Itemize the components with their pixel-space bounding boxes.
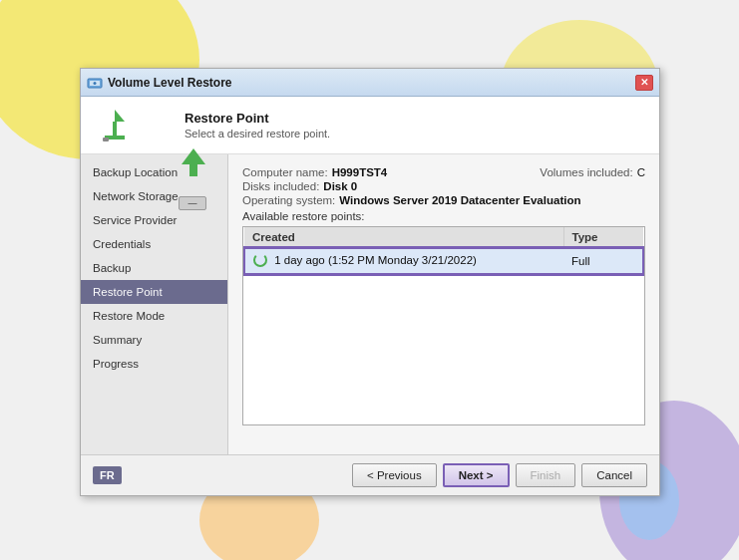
sidebar-item-progress[interactable]: Progress bbox=[81, 352, 227, 376]
title-bar: Volume Level Restore ✕ bbox=[81, 69, 659, 97]
dialog-body: Backup Location Network Storage Service … bbox=[81, 154, 659, 454]
sidebar-item-restore-mode[interactable]: Restore Mode bbox=[81, 304, 227, 328]
disks-label: Disks included: bbox=[242, 180, 319, 192]
cancel-button[interactable]: Cancel bbox=[581, 463, 647, 487]
svg-marker-7 bbox=[182, 148, 205, 176]
svg-rect-6 bbox=[103, 138, 109, 141]
close-button[interactable]: ✕ bbox=[635, 75, 653, 91]
volume-level-restore-dialog: Volume Level Restore ✕ Restore Point Sel… bbox=[80, 68, 660, 496]
dialog-title-icon bbox=[87, 75, 103, 91]
sidebar-item-restore-point[interactable]: Restore Point bbox=[81, 280, 227, 304]
restore-point-icon bbox=[253, 253, 267, 267]
footer-badge: FR bbox=[93, 466, 122, 484]
svg-point-2 bbox=[94, 82, 97, 85]
footer-buttons: < Previous Next > Finish Cancel bbox=[352, 463, 647, 487]
restore-up-arrow-icon bbox=[176, 144, 211, 180]
previous-button[interactable]: < Previous bbox=[352, 463, 437, 487]
svg-rect-4 bbox=[113, 122, 117, 138]
header-sub-button[interactable]: — bbox=[179, 196, 206, 210]
header-text-block: Restore Point Select a desired restore p… bbox=[185, 111, 330, 140]
os-label: Operating system: bbox=[242, 194, 335, 206]
col-header-type: Type bbox=[563, 227, 643, 248]
dialog-header: Restore Point Select a desired restore p… bbox=[81, 97, 659, 154]
restore-points-table-container: Created Type 1 day ago (1:52 PM Monday 3… bbox=[242, 226, 645, 425]
volumes-label: Volumes included: bbox=[540, 166, 632, 178]
restore-arrow-icon bbox=[97, 108, 133, 143]
svg-marker-3 bbox=[115, 110, 125, 122]
os-value: Windows Server 2019 Datacenter Evaluatio… bbox=[339, 194, 580, 206]
computer-name-label: Computer name: bbox=[242, 166, 328, 178]
sidebar-item-summary[interactable]: Summary bbox=[81, 328, 227, 352]
sidebar-item-service-provider[interactable]: Service Provider bbox=[81, 208, 227, 232]
dialog-footer: FR < Previous Next > Finish Cancel bbox=[81, 454, 659, 495]
restore-points-table: Created Type 1 day ago (1:52 PM Monday 3… bbox=[243, 227, 644, 275]
sidebar-item-credentials[interactable]: Credentials bbox=[81, 232, 227, 256]
info-section: Computer name: H999TST4 Volumes included… bbox=[242, 166, 645, 206]
col-header-created: Created bbox=[244, 227, 563, 248]
available-restore-points-label: Available restore points: bbox=[242, 210, 645, 222]
sidebar-item-backup[interactable]: Backup bbox=[81, 256, 227, 280]
restore-point-created: 1 day ago (1:52 PM Monday 3/21/2022) bbox=[244, 248, 563, 274]
disks-value: Disk 0 bbox=[323, 180, 357, 192]
next-button[interactable]: Next > bbox=[443, 463, 510, 487]
restore-point-type: Full bbox=[563, 248, 643, 274]
table-row[interactable]: 1 day ago (1:52 PM Monday 3/21/2022) Ful… bbox=[244, 248, 643, 274]
main-content: Computer name: H999TST4 Volumes included… bbox=[228, 154, 659, 454]
finish-button[interactable]: Finish bbox=[516, 463, 576, 487]
header-subheading: Select a desired restore point. bbox=[185, 128, 330, 140]
dialog-title: Volume Level Restore bbox=[108, 76, 635, 90]
computer-name-value: H999TST4 bbox=[332, 166, 388, 178]
header-heading: Restore Point bbox=[185, 111, 330, 126]
volumes-value: C bbox=[637, 166, 645, 178]
